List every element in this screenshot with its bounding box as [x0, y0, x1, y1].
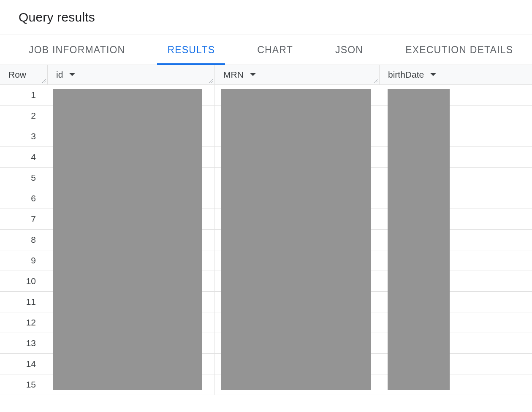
- chevron-down-icon[interactable]: [69, 73, 76, 77]
- row-number-cell: 1: [0, 85, 47, 105]
- row-number-cell: 11: [0, 292, 47, 312]
- page-root: Query results JOB INFORMATION RESULTS CH…: [0, 0, 532, 412]
- tabs: JOB INFORMATION RESULTS CHART JSON EXECU…: [0, 35, 532, 65]
- row-number-cell: 14: [0, 354, 47, 374]
- row-number-cell: 6: [0, 188, 47, 209]
- column-header-id[interactable]: id: [47, 65, 214, 84]
- tab-results[interactable]: RESULTS: [157, 35, 225, 65]
- column-header-label: Row: [8, 70, 26, 80]
- row-number-cell: 8: [0, 230, 47, 250]
- column-header-label: birthDate: [388, 70, 424, 80]
- tab-label: CHART: [257, 44, 293, 56]
- results-table: Row id MRN: [0, 65, 532, 395]
- tab-json[interactable]: JSON: [325, 35, 373, 65]
- row-number-cell: 7: [0, 209, 47, 229]
- row-number-cell: 12: [0, 312, 47, 333]
- tab-execution-details[interactable]: EXECUTION DETAILS: [395, 35, 523, 65]
- resize-handle[interactable]: [373, 79, 378, 84]
- resize-handle[interactable]: [209, 79, 214, 84]
- row-number-cell: 15: [0, 374, 47, 395]
- page-title: Query results: [19, 10, 513, 24]
- redacted-block-id: [53, 89, 202, 390]
- row-number-cell: 9: [0, 250, 47, 271]
- tab-label: RESULTS: [167, 44, 215, 56]
- table-body: 123456789101112131415: [0, 85, 532, 395]
- header: Query results: [0, 0, 532, 35]
- tab-label: EXECUTION DETAILS: [405, 44, 513, 56]
- resize-handle[interactable]: [41, 79, 46, 84]
- row-number-cell: 10: [0, 271, 47, 291]
- row-number-cell: 13: [0, 333, 47, 353]
- row-number-cell: 4: [0, 147, 47, 167]
- tab-job-information[interactable]: JOB INFORMATION: [19, 35, 135, 65]
- row-number-cell: 3: [0, 126, 47, 146]
- redacted-block-birthdate: [388, 89, 450, 390]
- column-header-label: id: [56, 70, 63, 80]
- tab-label: JSON: [335, 44, 363, 56]
- row-number-cell: 2: [0, 106, 47, 126]
- redacted-block-mrn: [221, 89, 371, 390]
- tab-chart[interactable]: CHART: [247, 35, 303, 65]
- chevron-down-icon[interactable]: [430, 73, 437, 77]
- tab-label: JOB INFORMATION: [29, 44, 125, 56]
- column-header-mrn[interactable]: MRN: [214, 65, 379, 84]
- row-number-cell: 5: [0, 168, 47, 188]
- table-header-row: Row id MRN: [0, 65, 532, 85]
- column-header-birthdate[interactable]: birthDate: [379, 65, 532, 84]
- column-header-label: MRN: [223, 70, 244, 80]
- chevron-down-icon[interactable]: [250, 73, 256, 77]
- column-header-row[interactable]: Row: [0, 65, 47, 84]
